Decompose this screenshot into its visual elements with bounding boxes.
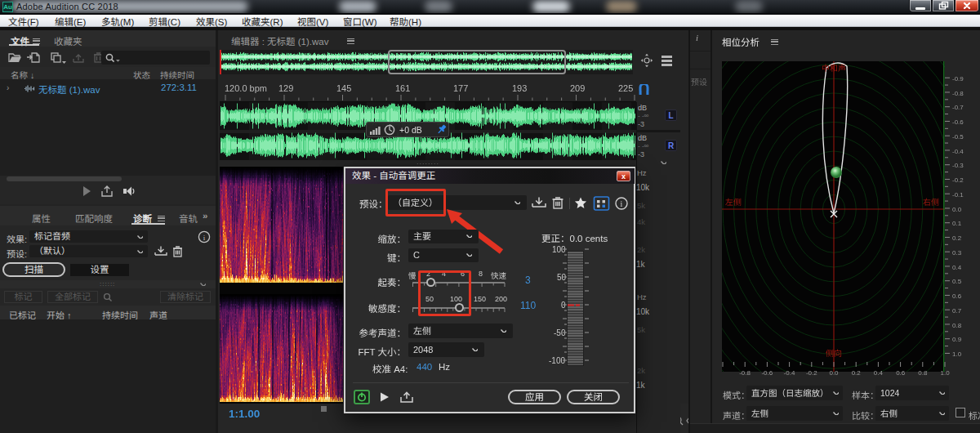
svg-text:-0.6: -0.6: [952, 118, 964, 126]
svg-text:左侧: 左侧: [725, 198, 742, 207]
svg-text:中和声: 中和声: [822, 64, 846, 73]
svg-text:-0.4: -0.4: [784, 369, 795, 377]
svg-text:0.6: 0.6: [952, 292, 962, 300]
svg-text:-0.6: -0.6: [761, 369, 773, 377]
svg-text:右侧: 右侧: [923, 198, 939, 207]
svg-text:0.1: 0.1: [952, 220, 962, 227]
svg-text:1.0: 1.0: [952, 350, 962, 358]
svg-text:0.7: 0.7: [952, 307, 962, 315]
svg-text:1.0: 1.0: [941, 369, 951, 377]
svg-text:0.3: 0.3: [952, 249, 962, 257]
svg-text:0.2: 0.2: [852, 369, 862, 377]
svg-text:侧向: 侧向: [826, 349, 842, 358]
svg-text:-0.2: -0.2: [806, 369, 817, 377]
svg-text:-0.8: -0.8: [952, 90, 964, 97]
svg-text:-0.3: -0.3: [952, 162, 964, 169]
svg-text:0.9: 0.9: [952, 336, 962, 343]
svg-text:0.8: 0.8: [918, 369, 928, 377]
svg-text:-0.9: -0.9: [952, 75, 964, 83]
svg-text:-0.1: -0.1: [952, 191, 964, 199]
svg-text:0.4: 0.4: [874, 369, 884, 377]
svg-text:0.8: 0.8: [952, 322, 962, 329]
svg-text:-0.2: -0.2: [952, 176, 964, 184]
svg-text:-0.8: -0.8: [739, 369, 751, 377]
svg-text:0.5: 0.5: [952, 278, 962, 285]
svg-text:0.6: 0.6: [896, 369, 906, 377]
svg-text:i: i: [203, 234, 206, 242]
svg-text:-0.4: -0.4: [952, 148, 964, 155]
svg-text:0.4: 0.4: [952, 264, 962, 271]
svg-text:i: i: [621, 199, 623, 208]
svg-text:-0.7: -0.7: [952, 104, 964, 111]
svg-text:0.0: 0.0: [952, 206, 962, 213]
svg-text:0.0: 0.0: [829, 369, 839, 377]
svg-text:-0.5: -0.5: [952, 133, 964, 141]
svg-text:0.2: 0.2: [952, 234, 962, 242]
